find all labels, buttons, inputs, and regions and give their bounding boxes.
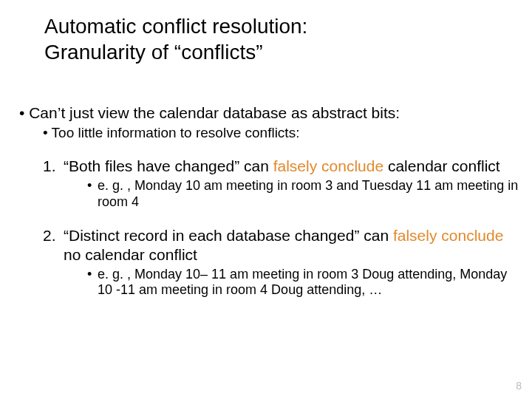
bullet-1a: • Too little information to resolve conf…	[43, 125, 519, 142]
item-1-prefix: “Both files have changed” can	[64, 157, 273, 174]
bullet-icon: •	[87, 178, 98, 210]
item-1-number: 1.	[43, 157, 64, 175]
item-2-highlight: falsely conclude	[393, 227, 503, 244]
item-2-number: 2.	[43, 226, 64, 263]
bullet-icon: •	[87, 267, 98, 299]
title-line-2: Granularity of “conflicts”	[44, 39, 307, 65]
item-1-example: • e. g. , Monday 10 am meeting in room 3…	[87, 178, 519, 210]
bullet-1a-text: Too little information to resolve confli…	[52, 125, 300, 140]
bullet-1: • Can’t just view the calendar database …	[19, 103, 519, 122]
item-1-highlight: falsely conclude	[273, 157, 383, 174]
item-2-suffix: no calendar conflict	[64, 246, 197, 263]
slide-title: Automatic conflict resolution: Granulari…	[44, 13, 307, 65]
slide-body: • Can’t just view the calendar database …	[19, 103, 519, 315]
page-number: 8	[516, 380, 522, 392]
item-1-example-text: e. g. , Monday 10 am meeting in room 3 a…	[98, 178, 519, 210]
title-line-1: Automatic conflict resolution:	[44, 13, 307, 39]
item-1-text: “Both files have changed” can falsely co…	[64, 157, 519, 175]
bullet-1-text: Can’t just view the calendar database as…	[29, 104, 400, 121]
item-1-suffix: calendar conflict	[383, 157, 500, 174]
item-2-example: • e. g. , Monday 10– 11 am meeting in ro…	[87, 267, 519, 299]
item-2: 2. “Distinct record in each database cha…	[43, 226, 519, 263]
item-2-text: “Distinct record in each database change…	[64, 226, 519, 263]
item-2-prefix: “Distinct record in each database change…	[64, 227, 393, 244]
item-1: 1. “Both files have changed” can falsely…	[43, 157, 519, 175]
numbered-list: 1. “Both files have changed” can falsely…	[43, 157, 519, 299]
item-2-example-text: e. g. , Monday 10– 11 am meeting in room…	[98, 267, 519, 299]
